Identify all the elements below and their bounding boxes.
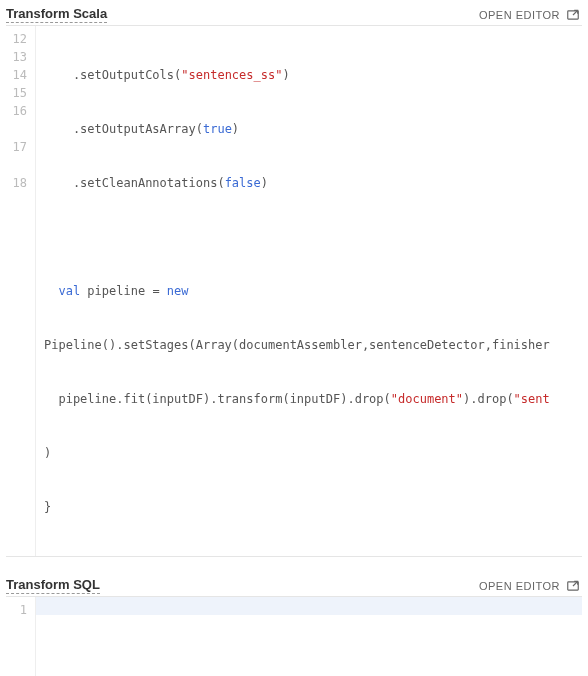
open-editor-scala-button[interactable]: OPEN EDITOR	[479, 8, 580, 22]
scala-code-body: .setOutputCols("sentences_ss") .setOutpu…	[36, 26, 582, 556]
scala-code-editor[interactable]: 12 13 14 15 16 17 18 .setOutputCols("sen…	[6, 25, 582, 557]
open-editor-label: OPEN EDITOR	[479, 580, 560, 592]
scala-gutter: 12 13 14 15 16 17 18	[6, 26, 36, 556]
open-editor-label: OPEN EDITOR	[479, 9, 560, 21]
open-editor-sql-button[interactable]: OPEN EDITOR	[479, 579, 580, 593]
open-window-icon	[566, 8, 580, 22]
sql-gutter: 1	[6, 597, 36, 676]
transform-sql-title: Transform SQL	[6, 577, 100, 594]
sql-active-line	[36, 597, 582, 615]
transform-scala-title: Transform Scala	[6, 6, 107, 23]
open-window-icon	[566, 579, 580, 593]
sql-code-editor[interactable]: 1	[6, 596, 582, 676]
